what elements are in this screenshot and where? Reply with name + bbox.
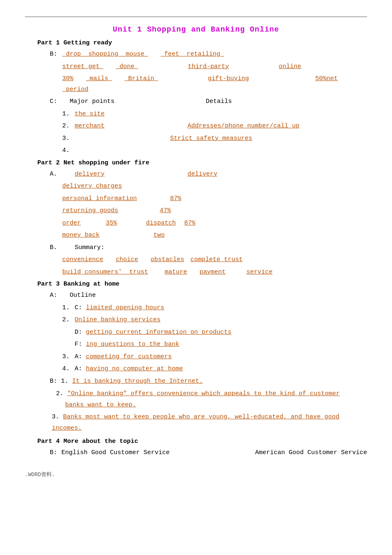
part1-c-num2: 2. bbox=[62, 121, 75, 132]
part3-b2-text2: banks want to keep. bbox=[65, 401, 136, 408]
part1-c-num4: 4. bbox=[62, 145, 75, 156]
word-footer: .WORD资料. bbox=[25, 471, 367, 478]
part1-b-50net: 50%net bbox=[315, 73, 338, 84]
part3-b2-text: "Online banking" offers convenience whic… bbox=[67, 390, 340, 397]
part4-b-american: American Good Customer Service bbox=[255, 447, 367, 458]
part2-a-order: order bbox=[62, 218, 81, 229]
part3-b-item2: 2. "Online banking" offers convenience w… bbox=[25, 388, 367, 411]
part1-b-feet: feet bbox=[161, 49, 183, 60]
part4-b-row: B: English Good Customer Service America… bbox=[25, 447, 367, 458]
part1-c-item2: 2. merchant Addresses/phone number/call … bbox=[25, 121, 367, 132]
part1-b-row3: 30% mails Britain gift-buying 50%net per… bbox=[25, 73, 367, 95]
part3-b-item3: 3. Banks most want to keep people who ar… bbox=[25, 411, 367, 434]
part3-item3-a: A: bbox=[75, 352, 86, 362]
part2-a-47pct: 47% bbox=[160, 205, 171, 216]
part1-c-label: C: bbox=[50, 96, 57, 107]
top-border bbox=[25, 17, 367, 17]
part1-b-mails: mails bbox=[86, 73, 112, 84]
part3-item2-subD: D: getting current information on produc… bbox=[25, 327, 367, 338]
page-title: Unit 1 Shopping and Banking Online bbox=[25, 25, 367, 34]
part1-b-shopping: shopping bbox=[85, 49, 122, 60]
part1-c-num1: 1. bbox=[62, 109, 75, 120]
part3-b3-text: Banks most want to keep people who are y… bbox=[63, 413, 339, 421]
part2-b-row1: convenience choice obstacles complete tr… bbox=[25, 254, 367, 265]
part1-c-col2: Details bbox=[206, 96, 232, 107]
part2-b-payment: payment bbox=[200, 267, 226, 278]
part2-a-delivery-charges: delivery charges bbox=[25, 181, 367, 192]
part2-a-delivery-charges-text: delivery charges bbox=[62, 181, 122, 192]
part2-b-service: service bbox=[246, 267, 273, 278]
part3-b3-text2: incomes. bbox=[52, 425, 82, 432]
part3-item2: 2. Online banking services bbox=[25, 315, 367, 325]
part1-b-30: 30% bbox=[62, 73, 73, 84]
part2-heading: Part 2 Net shopping under fire bbox=[25, 159, 367, 166]
part2-a-order-row: order 35% dispatch 87% bbox=[25, 218, 367, 229]
part1-b-gift-buying: gift-buying bbox=[208, 73, 249, 84]
part3-b-label: B: 1. bbox=[50, 376, 72, 387]
part1-c-header: C: Major points Details bbox=[25, 96, 367, 107]
part2-a-money-back-text: money back bbox=[62, 230, 100, 241]
part1-c-item4: 4. bbox=[25, 145, 367, 156]
part3-item2-f-text: ing questions to the bank bbox=[86, 339, 179, 350]
part2-b-row: B. Summary: bbox=[25, 242, 367, 253]
part3-item1-text: limited opening hours bbox=[86, 303, 164, 313]
part3-b-item1: B: 1. It is banking through the Internet… bbox=[25, 376, 367, 387]
part2-a-returning-goods-text: returning goods bbox=[62, 205, 118, 216]
part1-c-item2-right: Addresses/phone number/call up bbox=[187, 121, 299, 132]
part3-num4: 4. bbox=[62, 364, 75, 374]
part3-item3: 3. A: competing for customers bbox=[25, 352, 367, 362]
part2-b-complete-trust: complete trust bbox=[190, 254, 243, 265]
part2-a-delivery2: delivery bbox=[187, 169, 217, 180]
part3-item4-a: A: bbox=[75, 364, 86, 374]
part3-num2: 2. bbox=[62, 315, 75, 325]
part1-b-done: done bbox=[116, 61, 138, 72]
part1-b-third-party: third-party bbox=[188, 61, 229, 72]
part2-b-convenience: convenience bbox=[62, 254, 103, 265]
part2-a-35pct: 35% bbox=[106, 218, 117, 229]
part2-b-row2: build consumers' trust mature payment se… bbox=[25, 267, 367, 278]
part1-b-online: online bbox=[279, 61, 301, 72]
part2-b-choice: choice bbox=[116, 254, 138, 265]
part3-item2-text: Online banking services bbox=[75, 315, 161, 325]
part3-item1-c: C: bbox=[75, 303, 86, 313]
part1-c-item3-right: Strict safety measures bbox=[170, 133, 252, 144]
part3-item2-f-label: F: bbox=[75, 339, 86, 350]
part2-a-returning-goods: returning goods 47% bbox=[25, 205, 367, 216]
part2-a-dispatch: dispatch bbox=[146, 218, 176, 229]
part3-item2-d-text: getting current information on products bbox=[86, 327, 231, 338]
part3-b3-label: 3. bbox=[52, 413, 63, 421]
part1-c-num3: 3. bbox=[62, 133, 75, 144]
part3-item2-subF: F: ing questions to the bank bbox=[25, 339, 367, 350]
part3-outline-label: Outline bbox=[70, 290, 96, 301]
part2-a-row1: A. delivery delivery bbox=[25, 169, 367, 180]
part2-a-label: A. bbox=[50, 169, 62, 180]
part4-b-english: English Good Customer Service bbox=[61, 447, 170, 458]
part2-a-87pct: 87% bbox=[170, 193, 181, 204]
part1-heading: Part 1 Getting ready bbox=[25, 39, 367, 46]
part1-b-row2: street get done third-party online bbox=[25, 61, 367, 72]
part3-b2-label: 2. bbox=[56, 390, 67, 397]
part3-item3-text: competing for customers bbox=[86, 352, 172, 362]
part1-b-street: street bbox=[62, 61, 85, 72]
part2-b-label: B. bbox=[50, 242, 62, 253]
part2-a-personal-info-text: personal information bbox=[62, 193, 137, 204]
part2-a-dispatch-87pct: 87% bbox=[184, 218, 195, 229]
part1-b-get: get bbox=[85, 61, 103, 72]
part1-c-col1: Major points bbox=[70, 96, 114, 107]
part2-b-mature: mature bbox=[165, 267, 187, 278]
part4-b-label: B: bbox=[50, 447, 57, 458]
part3-item4: 4. A: having no computer at home bbox=[25, 364, 367, 374]
part1-c-item1: 1. the site bbox=[25, 109, 367, 120]
part3-num1: 1. bbox=[62, 303, 75, 313]
part1-c-item3: 3. Strict safety measures bbox=[25, 133, 367, 144]
part2-a-personal-info: personal information 87% bbox=[25, 193, 367, 204]
part2-a-money-back: money back two bbox=[25, 230, 367, 241]
part1-b-period: period bbox=[62, 84, 88, 95]
part2-b-summary-label: Summary: bbox=[75, 242, 105, 253]
part3-b1-text: It is banking through the Internet. bbox=[72, 376, 203, 387]
part3-a-outline: A: Outline bbox=[25, 290, 367, 301]
part3-heading: Part 3 Banking at home bbox=[25, 281, 367, 288]
part2-a-two: two bbox=[153, 230, 165, 241]
part3-item4-text: having no computer at home bbox=[86, 364, 183, 374]
part1-b-section: B: drop shopping mouse feet retailing bbox=[25, 49, 367, 60]
